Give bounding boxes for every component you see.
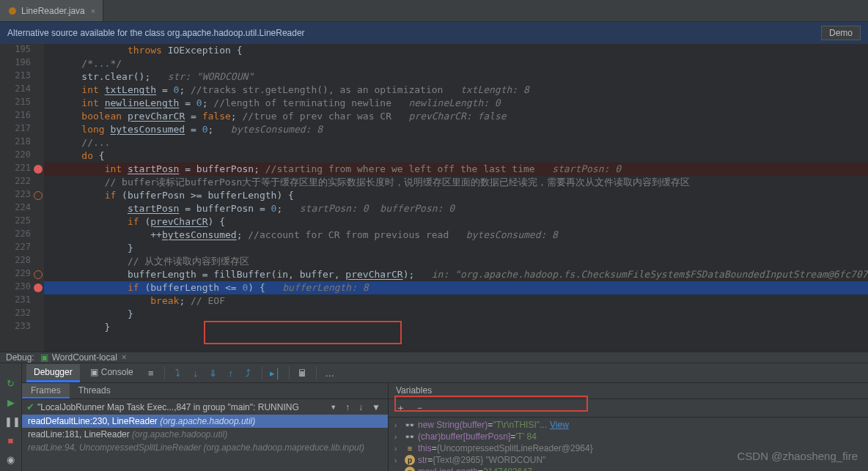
- line-number[interactable]: 195: [0, 44, 44, 57]
- line-number[interactable]: 233: [0, 321, 44, 334]
- run-config-name[interactable]: WordCount-local: [52, 352, 117, 363]
- thread-selector[interactable]: ✔ "LocalJobRunner Map Task Exec...,847 i…: [22, 399, 388, 415]
- svg-point-0: [9, 7, 16, 15]
- evaluate-expression-icon[interactable]: 🖩: [295, 366, 310, 380]
- pause-icon[interactable]: ❚❚: [4, 416, 18, 429]
- editor[interactable]: 1951962132142152162172182202212222232242…: [0, 44, 868, 352]
- code-line[interactable]: do {: [44, 149, 868, 163]
- variables-list[interactable]: ›👓new String(buffer) = "T\r\nTHISI" ... …: [389, 418, 868, 471]
- close-icon[interactable]: ×: [91, 7, 95, 15]
- step-out-icon[interactable]: ↑: [224, 366, 238, 380]
- drop-frame-icon[interactable]: ⤴: [241, 366, 256, 380]
- tab-debugger[interactable]: Debugger: [26, 364, 80, 382]
- line-number[interactable]: 224: [0, 202, 44, 215]
- code-line[interactable]: boolean prevCharCR = false; //true of pr…: [44, 110, 868, 123]
- more-icon[interactable]: …: [323, 366, 337, 380]
- frame-row[interactable]: readLine:94, UncompressedSplitLineReader…: [22, 441, 388, 454]
- line-number[interactable]: 218: [0, 136, 44, 149]
- remove-watch-icon[interactable]: －: [412, 401, 427, 415]
- java-icon: [7, 6, 18, 16]
- resume-icon[interactable]: ▶: [4, 397, 18, 410]
- code-line[interactable]: int newlineLength = 0; //length of termi…: [44, 97, 868, 110]
- code-line[interactable]: ++bytesConsumed; //account for CR from p…: [44, 229, 868, 242]
- line-number[interactable]: 227: [0, 242, 44, 255]
- line-number[interactable]: 222: [0, 176, 44, 189]
- line-number[interactable]: 223: [0, 189, 44, 202]
- code-line[interactable]: }: [44, 242, 868, 255]
- line-number[interactable]: 232: [0, 308, 44, 321]
- code-line[interactable]: break; // EOF: [44, 294, 868, 308]
- tab-console[interactable]: ▣Console: [83, 364, 141, 382]
- line-number[interactable]: 228: [0, 255, 44, 268]
- line-number[interactable]: 225: [0, 215, 44, 229]
- line-number[interactable]: 226: [0, 229, 44, 242]
- code-line[interactable]: long bytesConsumed = 0; bytesConsumed: 8: [44, 123, 868, 136]
- code-line[interactable]: bufferLength = fillBuffer(in, buffer, pr…: [44, 268, 868, 281]
- prev-frame-icon[interactable]: ↑: [342, 402, 353, 412]
- code-line[interactable]: int txtLength = 0; //tracks str.getLengt…: [44, 84, 868, 97]
- variable-row[interactable]: ›👓new String(buffer) = "T\r\nTHISI" ... …: [394, 419, 862, 431]
- check-icon: ✔: [26, 401, 34, 412]
- variable-row[interactable]: ›pstr = {Text@2965} "WORDCOUN": [394, 454, 862, 466]
- run-to-cursor-icon[interactable]: ▸│: [268, 366, 283, 380]
- code-line[interactable]: //...: [44, 136, 868, 149]
- param-icon: p: [405, 467, 415, 471]
- code-line[interactable]: }: [44, 321, 868, 334]
- view-link[interactable]: View: [550, 420, 569, 430]
- demo-button[interactable]: Demo: [821, 26, 861, 40]
- force-step-into-icon[interactable]: ⇓: [206, 366, 221, 380]
- line-number[interactable]: 215: [0, 97, 44, 110]
- line-number[interactable]: [0, 334, 44, 347]
- line-number[interactable]: 196: [0, 57, 44, 70]
- step-into-icon[interactable]: ↓: [188, 366, 203, 380]
- next-frame-icon[interactable]: ↓: [356, 402, 366, 412]
- add-watch-icon[interactable]: ＋: [393, 401, 408, 415]
- watch-icon: 👓: [405, 431, 415, 442]
- code-area[interactable]: throws IOException { /*...*/ str.clear()…: [44, 44, 868, 347]
- expand-icon[interactable]: ›: [394, 468, 405, 472]
- expand-icon[interactable]: ›: [394, 456, 405, 464]
- view-breakpoints-icon[interactable]: ◉: [4, 454, 18, 467]
- code-line[interactable]: if (prevCharCR) {: [44, 215, 868, 229]
- code-line[interactable]: str.clear(); str: "WORDCOUN": [44, 70, 868, 84]
- code-line[interactable]: }: [44, 308, 868, 321]
- code-line[interactable]: if (bufferPosn >= bufferLength) {: [44, 189, 868, 202]
- code-line[interactable]: [44, 334, 868, 347]
- line-number[interactable]: 220: [0, 149, 44, 163]
- line-number[interactable]: 216: [0, 110, 44, 123]
- debug-side-toolbar: ↻ ▶ ❚❚ ■ ◉ ⊘: [0, 363, 22, 471]
- variable-row[interactable]: ›≡this = {UncompressedSplitLineReader@29…: [394, 442, 862, 454]
- expand-icon[interactable]: ›: [394, 433, 405, 441]
- variable-row[interactable]: ›pmaxLineLength = 2147483647: [394, 466, 862, 471]
- frames-tab[interactable]: Frames: [22, 383, 70, 398]
- threads-icon[interactable]: ≡: [144, 366, 158, 380]
- code-line[interactable]: /*...*/: [44, 57, 868, 70]
- line-number[interactable]: 221: [0, 163, 44, 176]
- frame-row[interactable]: readDefaultLine:230, LineReader (org.apa…: [22, 415, 388, 428]
- close-icon[interactable]: ×: [122, 352, 127, 363]
- step-over-icon[interactable]: ⤵: [171, 366, 185, 380]
- code-line[interactable]: // 从文件读取内容到缓存区: [44, 255, 868, 268]
- chevron-down-icon[interactable]: ▼: [327, 404, 339, 411]
- frames-list[interactable]: readDefaultLine:230, LineReader (org.apa…: [22, 415, 388, 471]
- expand-icon[interactable]: ›: [394, 421, 405, 429]
- code-line[interactable]: throws IOException {: [44, 44, 868, 57]
- expand-icon[interactable]: ›: [394, 445, 405, 453]
- code-line[interactable]: // buffer读标记bufferPosn大于等于缓存区里的实际数据长度时，说…: [44, 176, 868, 189]
- code-line[interactable]: if (bufferLength <= 0) { bufferLength: 8: [44, 281, 868, 294]
- code-line[interactable]: int startPosn = bufferPosn; //starting f…: [44, 163, 868, 176]
- stop-icon[interactable]: ■: [4, 435, 18, 448]
- threads-tab[interactable]: Threads: [70, 383, 119, 398]
- line-number[interactable]: 217: [0, 123, 44, 136]
- filter-icon[interactable]: ▼: [369, 402, 383, 412]
- rerun-icon[interactable]: ↻: [4, 378, 18, 391]
- variable-row[interactable]: ›👓(char)buffer[bufferPosn] = 'T' 84: [394, 431, 862, 442]
- line-number[interactable]: 231: [0, 294, 44, 308]
- code-line[interactable]: startPosn = bufferPosn = 0; startPosn: 0…: [44, 202, 868, 215]
- line-number[interactable]: 229: [0, 268, 44, 281]
- editor-tab[interactable]: LineReader.java ×: [0, 0, 103, 21]
- line-number[interactable]: 213: [0, 70, 44, 84]
- line-number[interactable]: 230: [0, 281, 44, 294]
- line-number[interactable]: 214: [0, 84, 44, 97]
- frame-row[interactable]: readLine:181, LineReader (org.apache.had…: [22, 428, 388, 441]
